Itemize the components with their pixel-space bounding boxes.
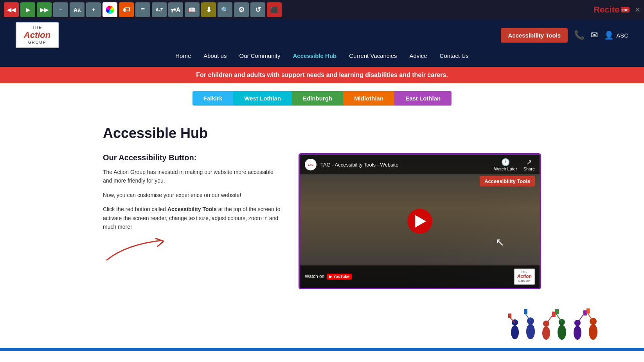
nav-contact[interactable]: Contact Us — [440, 51, 469, 61]
region-tab-west-lothian[interactable]: West Lothian — [233, 91, 292, 106]
recite-logo: Reciteme — [594, 5, 630, 15]
share-button[interactable]: ↗ Share — [523, 158, 535, 171]
accessibility-tools-button[interactable]: Accessibility Tools — [501, 28, 568, 43]
person-icon: 👤 — [604, 30, 614, 40]
svg-line-10 — [546, 316, 552, 324]
arrow-graphic — [103, 237, 283, 269]
highlight-button[interactable]: 🏷 — [119, 2, 134, 17]
region-tab-east-lothian[interactable]: East Lothian — [394, 91, 452, 106]
watch-on-text: Watch on — [305, 274, 324, 279]
nav-vacancies[interactable]: Current Vacancies — [349, 51, 397, 61]
svg-point-8 — [542, 326, 550, 340]
main-nav: Home About us Our Community Accessible H… — [0, 51, 644, 67]
reload-button[interactable]: ↺ — [250, 2, 265, 17]
svg-rect-3 — [508, 314, 511, 318]
decrease-font-button[interactable]: − — [53, 2, 68, 17]
content-row: Our Accessibility Button: The Action Gro… — [103, 153, 541, 289]
reading-guide-button[interactable]: 📖 — [185, 2, 200, 17]
back-button[interactable]: ◀◀ — [4, 2, 19, 17]
play-video-button[interactable] — [407, 209, 432, 234]
asc-link[interactable]: 👤 ASC — [604, 30, 628, 40]
svg-point-20 — [589, 324, 597, 340]
watch-later-icon: 🕐 — [494, 158, 517, 167]
download-button[interactable]: ⬇ — [201, 2, 216, 17]
zoom-button[interactable]: 🔍 — [218, 2, 232, 17]
region-tabs: Falkirk West Lothian Edinburgh Midlothia… — [0, 91, 644, 106]
banner-text: For children and adults with support nee… — [196, 72, 448, 78]
forward-button[interactable]: ▶▶ — [37, 2, 52, 17]
settings-button[interactable]: ⚙ — [234, 2, 249, 17]
region-tab-falkirk[interactable]: Falkirk — [192, 91, 233, 106]
svg-line-18 — [577, 315, 583, 323]
asc-label-text: ASC — [616, 32, 628, 39]
region-tab-edinburgh[interactable]: Edinburgh — [292, 91, 343, 106]
accessibility-button-heading: Our Accessibility Button: — [103, 153, 283, 162]
logo-group: GROUP — [21, 40, 53, 45]
main-content: Accessible Hub Our Accessibility Button:… — [87, 113, 557, 313]
increase-font-button[interactable]: + — [86, 2, 101, 17]
logo-action: Action — [21, 30, 53, 40]
header-right: Accessibility Tools 📞 ✉ 👤 ASC — [501, 28, 628, 43]
screen-mask-button[interactable]: ⬛ — [267, 2, 282, 17]
video-embed[interactable]: TAG TAG - Accessibility Tools - Website … — [299, 153, 541, 289]
font-button[interactable]: Aa — [70, 2, 85, 17]
svg-point-12 — [558, 325, 566, 340]
translate-button[interactable]: ⇄A — [168, 2, 183, 17]
email-icon[interactable]: ✉ — [591, 30, 598, 40]
share-label: Share — [523, 167, 535, 171]
svg-point-4 — [526, 324, 535, 339]
nav-community[interactable]: Our Community — [239, 51, 280, 61]
celebration-svg — [503, 305, 613, 340]
nav-advice[interactable]: Advice — [410, 51, 427, 61]
youtube-logo: ▶ YouTube — [327, 274, 352, 280]
video-acc-tools-overlay[interactable]: Accessibility Tools — [480, 176, 535, 186]
dictionary-button[interactable]: A-Z — [152, 2, 167, 17]
video-top-bar: TAG TAG - Accessibility Tools - Website … — [300, 155, 540, 174]
accessibility-toolbar: ◀◀ ▶ ▶▶ − Aa + 🏷 ≡ A-Z ⇄A 📖 ⬇ 🔍 ⚙ ↺ ⬛ Re… — [0, 0, 644, 20]
svg-rect-19 — [583, 310, 587, 315]
watch-later-button[interactable]: 🕐 Watch Later — [494, 158, 517, 171]
para-1: The Action Group has invested in making … — [103, 168, 283, 185]
video-thumbnail: TAG TAG - Accessibility Tools - Website … — [300, 155, 540, 288]
site-logo[interactable]: THE Action GROUP — [16, 22, 59, 48]
svg-line-14 — [556, 314, 562, 322]
close-toolbar-button[interactable]: × — [635, 5, 640, 15]
tag-logo-bottom: THE Action GROUP — [514, 269, 535, 285]
content-left: Our Accessibility Button: The Action Gro… — [103, 153, 283, 269]
phone-icon[interactable]: 📞 — [574, 30, 585, 40]
recite-text: Recite — [594, 5, 619, 15]
bold-phrase: Accessibility Tools — [167, 206, 217, 212]
video-title: TAG - Accessibility Tools - Website — [320, 162, 490, 168]
share-icon: ↗ — [523, 158, 535, 167]
region-tab-midlothian[interactable]: Midlothian — [343, 91, 394, 106]
color-wheel-button[interactable] — [103, 2, 117, 17]
logo-the: THE — [21, 25, 53, 30]
video-bottom-bar: Watch on ▶ YouTube THE Action GROUP — [300, 265, 540, 288]
svg-rect-15 — [555, 309, 559, 314]
recite-me-badge: me — [621, 7, 630, 13]
nav-home[interactable]: Home — [175, 51, 191, 61]
svg-rect-23 — [586, 308, 590, 314]
para-2: Now, you can customise your experience o… — [103, 191, 283, 199]
play-button[interactable]: ▶ — [20, 2, 35, 17]
svg-point-16 — [574, 326, 581, 340]
color-wheel-icon — [106, 5, 114, 14]
video-controls-right: 🕐 Watch Later ↗ Share — [494, 158, 535, 171]
svg-rect-11 — [552, 312, 556, 317]
channel-icon: TAG — [305, 159, 317, 170]
watch-on-youtube[interactable]: Watch on ▶ YouTube — [305, 274, 352, 280]
site-header: THE Action GROUP Accessibility Tools 📞 ✉… — [0, 20, 644, 51]
nav-about[interactable]: About us — [203, 51, 227, 61]
bottom-bar — [0, 348, 644, 351]
para-3: Click the red button called Accessibilit… — [103, 205, 283, 231]
celebration-banner — [0, 305, 644, 340]
info-banner: For children and adults with support nee… — [0, 67, 644, 83]
nav-accessible-hub[interactable]: Accessible Hub — [293, 51, 337, 61]
line-spacing-button[interactable]: ≡ — [135, 2, 150, 17]
svg-point-0 — [511, 325, 519, 339]
svg-rect-7 — [524, 309, 527, 314]
watch-later-label: Watch Later — [494, 167, 517, 171]
page-title: Accessible Hub — [103, 125, 541, 142]
